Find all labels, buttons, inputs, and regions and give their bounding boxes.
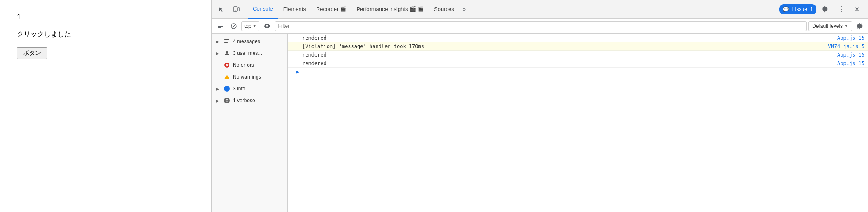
perf-icon: 🎬 [418, 6, 424, 12]
settings-icon[interactable] [817, 2, 833, 17]
console-row-violation: [Violation] 'message' handler took 170ms… [288, 42, 868, 51]
sidebar-item-errors[interactable]: ✕ No errors [212, 59, 287, 71]
info-icon: i [224, 85, 230, 92]
page-text: クリックしました [17, 30, 194, 39]
svg-rect-5 [224, 39, 229, 40]
console-settings-icon[interactable] [854, 20, 865, 32]
sidebar-item-verbose[interactable]: ▶ ⚙ 1 verbose [212, 95, 287, 106]
top-selector[interactable]: top ▼ [241, 21, 259, 31]
issue-badge[interactable]: 💬 1 Issue: 1 [779, 4, 816, 14]
row1-source[interactable]: App.js:15 [837, 35, 865, 41]
messages-icon [224, 38, 230, 45]
sidebar-item-user-messages[interactable]: ▶ 3 user mes... [212, 47, 287, 59]
levels-dropdown-icon: ▼ [844, 24, 848, 28]
more-options-icon[interactable]: ⋮ [833, 2, 849, 17]
row-violation-text: [Violation] 'message' handler took 170ms [302, 43, 824, 49]
devtools-tabs: Console Elements Recorder 🎬 Performance … [212, 0, 868, 19]
page-button[interactable]: ボタン [17, 47, 47, 59]
sidebar-item-info[interactable]: ▶ i 3 info [212, 83, 287, 95]
row3-text: rendered [302, 52, 834, 58]
filter-input[interactable] [275, 21, 807, 31]
user-messages-label: 3 user mes... [233, 50, 262, 56]
row1-text: rendered [302, 35, 834, 41]
row4-source[interactable]: App.js:15 [837, 60, 865, 66]
svg-text:✕: ✕ [225, 63, 229, 68]
selector-dropdown-icon: ▼ [253, 24, 257, 28]
messages-label: 4 messages [233, 38, 260, 44]
console-sidebar: ▶ 4 messages ▶ 3 [212, 34, 288, 212]
svg-rect-6 [224, 41, 229, 42]
user-icon [224, 50, 230, 57]
messages-arrow: ▶ [216, 39, 221, 44]
svg-point-8 [226, 51, 228, 53]
issue-count-label: 1 Issue: [791, 6, 808, 12]
errors-icon: ✕ [224, 62, 230, 68]
svg-rect-1 [238, 8, 239, 11]
close-devtools-icon[interactable] [849, 2, 865, 17]
verbose-icon: ⚙ [224, 97, 230, 104]
clear-console-icon[interactable] [214, 20, 226, 32]
issue-chat-icon: 💬 [783, 6, 789, 12]
svg-line-4 [232, 25, 235, 27]
svg-text:!: ! [227, 75, 228, 79]
user-messages-arrow: ▶ [216, 51, 221, 56]
tab-sources[interactable]: Sources [429, 0, 459, 19]
tab-elements[interactable]: Elements [278, 0, 311, 19]
verbose-label: 1 verbose [233, 98, 255, 103]
issue-count: 1 [810, 6, 813, 12]
tab-more-button[interactable]: » [459, 0, 469, 19]
console-body: ▶ 4 messages ▶ 3 [212, 34, 868, 212]
tab-performance-insights[interactable]: Performance insights 🎬 🎬 [351, 0, 429, 19]
console-row-1: rendered App.js:15 [288, 34, 868, 42]
webpage-panel: 1 クリックしました ボタン [0, 0, 211, 212]
errors-label: No errors [233, 62, 254, 68]
console-row-4: rendered App.js:15 [288, 59, 868, 68]
recorder-icon: 🎬 [340, 6, 346, 12]
verbose-arrow: ▶ [216, 98, 221, 103]
sidebar-item-messages[interactable]: ▶ 4 messages [212, 35, 287, 47]
svg-rect-7 [224, 42, 228, 43]
row3-source[interactable]: App.js:15 [837, 52, 865, 58]
info-arrow: ▶ [216, 87, 221, 91]
row4-text: rendered [302, 60, 834, 66]
console-row-5: ▶ [288, 68, 868, 76]
console-messages: rendered App.js:15 [Violation] 'message'… [288, 34, 868, 212]
select-element-icon[interactable] [213, 2, 229, 17]
console-row-3: rendered App.js:15 [288, 51, 868, 59]
page-number: 1 [17, 13, 194, 22]
tab-right-actions: 💬 1 Issue: 1 ⋮ [779, 2, 866, 17]
svg-point-2 [235, 11, 235, 11]
row-violation-source[interactable]: VM74 js.js:5 [828, 43, 865, 49]
warnings-label: No warnings [233, 74, 261, 80]
device-mode-icon[interactable] [229, 2, 244, 17]
sidebar-item-warnings[interactable]: ! No warnings [212, 71, 287, 83]
eye-icon[interactable] [261, 20, 273, 32]
tab-recorder[interactable]: Recorder 🎬 [311, 0, 351, 19]
tab-divider-1 [246, 4, 246, 14]
default-levels-button[interactable]: Default levels ▼ [808, 21, 852, 31]
no-filter-icon[interactable] [228, 20, 240, 32]
tab-console[interactable]: Console [248, 0, 278, 19]
warnings-icon: ! [224, 73, 230, 80]
info-label: 3 info [233, 86, 245, 92]
devtools-panel: Console Elements Recorder 🎬 Performance … [211, 0, 868, 212]
console-toolbar: top ▼ Default levels ▼ [212, 19, 868, 34]
row5-arrow[interactable]: ▶ [296, 69, 302, 75]
